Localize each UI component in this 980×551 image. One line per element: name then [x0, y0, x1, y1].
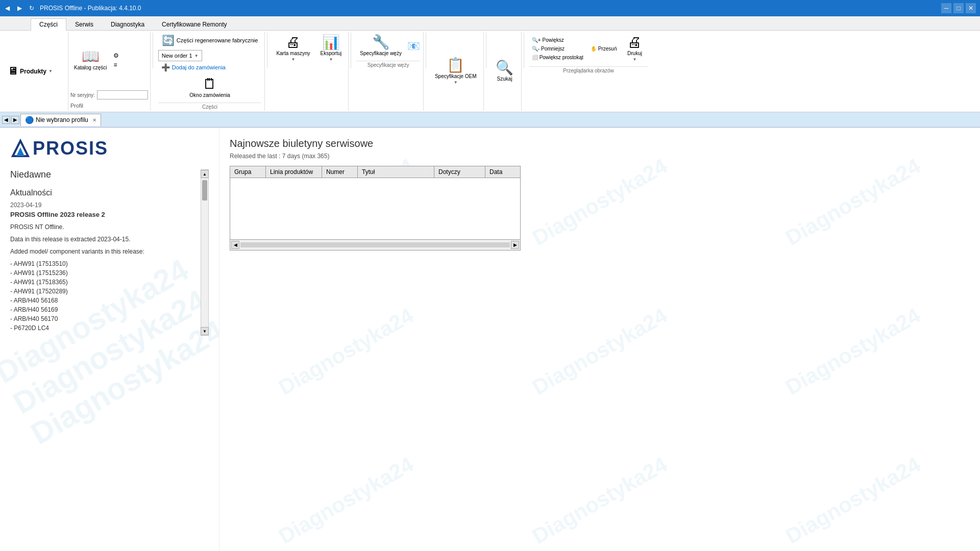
scroll-up-arrow[interactable]: ▲ [201, 170, 209, 178]
tab-bar: ◀ ▶ 🔵 Nie wybrano profilu ✕ [0, 112, 980, 128]
rect-zoom-label: Powiększ prostokąt [540, 55, 583, 60]
serial-label: Nr seryjny: [70, 92, 95, 98]
catalog-btn[interactable]: 📖 Katalog części [70, 47, 110, 73]
rect-zoom-btn[interactable]: ⬜ Powiększ prostokąt [529, 54, 586, 61]
table-scroll-right[interactable]: ▶ [511, 241, 519, 249]
bulletin-table-wrapper: Grupa Linia produktów Numer Tytuł Dotycz… [230, 166, 521, 251]
col-number: Numer [322, 166, 358, 178]
move-btn[interactable]: ✋ Przesuń [588, 45, 620, 53]
add-label: Dodaj do zamówienia [172, 64, 226, 70]
settings-icon: ⚙ [113, 52, 119, 59]
back-btn[interactable]: ◀ [2, 3, 12, 13]
col-concerns: Dotyczy [434, 166, 485, 178]
quick-access-toolbar: ◀ ▶ ↻ [2, 3, 37, 13]
close-btn[interactable]: ✕ [966, 3, 976, 13]
zoom-in-icon: 🔍+ [532, 37, 541, 43]
bulletin-title: Najnowsze biuletyny serwisowe [230, 138, 970, 149]
refresh-btn[interactable]: ↻ [27, 3, 37, 13]
order-icon: 🗒 [203, 77, 217, 91]
news-body: PROSIS NT Offline. Data in this release … [10, 222, 201, 333]
scroll-thumb[interactable] [202, 180, 207, 201]
machine-card-btn[interactable]: 🖨 Karta maszyny ▼ [273, 33, 313, 64]
rect-icon: ⬜ [532, 55, 538, 60]
prosis-logo: PROSIS [10, 138, 209, 159]
machine-dropdown: ▼ [291, 57, 296, 62]
window-controls: ─ □ ✕ [941, 3, 976, 13]
oem-spec-btn[interactable]: 📋 Specyfikacje OEM ▼ [431, 33, 480, 110]
order-arrow: ▼ [194, 54, 199, 58]
hose-group-label: Specyfikacje węży [356, 61, 420, 68]
wm9: Diagnostyka24 [706, 373, 980, 551]
regen-parts-btn[interactable]: 🔄 Części regenerowane fabrycznie [158, 33, 262, 48]
zoom-in-btn[interactable]: 🔍+ Powiększ [529, 36, 586, 44]
oem-label: Specyfikacje OEM [435, 73, 477, 79]
order-window-btn[interactable]: 🗒 Okno zamówienia [158, 74, 262, 101]
wm7: Diagnostyka24 [219, 373, 494, 551]
tab-czesci[interactable]: Części [31, 18, 66, 31]
products-dropdown-arrow: ▼ [48, 69, 53, 73]
forward-btn[interactable]: ▶ [14, 3, 24, 13]
ribbon-toolbar: 🖥 Produkty ▼ 📖 Katalog części ⚙ ≡ Nr ser… [0, 31, 980, 112]
table-scroll-left[interactable]: ◀ [231, 241, 239, 249]
catalog-group: 📖 Katalog części ⚙ ≡ Nr seryjny: Profil [68, 32, 151, 111]
wm4: Diagnostyka24 [219, 223, 494, 480]
news-date: 2023-04-19 [10, 202, 201, 209]
tab-serwis[interactable]: Serwis [66, 18, 102, 30]
order-dropdown[interactable]: New order 1 ▼ [158, 50, 202, 61]
export-btn[interactable]: 📊 Eksportuj ▼ [317, 33, 346, 64]
minimize-btn[interactable]: ─ [941, 3, 951, 13]
export-dropdown: ▼ [329, 57, 333, 62]
oem-icon: 📋 [447, 58, 464, 72]
tab-certyfikowane[interactable]: Certyfikowane Remonty [153, 18, 235, 30]
bulletin-table-header: Grupa Linia produktów Numer Tytuł Dotycz… [230, 166, 520, 178]
tab-close-btn[interactable]: ✕ [92, 117, 96, 123]
search-icon: 🔍 [496, 61, 513, 75]
hose-icon: 🔧 [372, 35, 390, 49]
sep6 [524, 33, 524, 68]
zoom-in-label: Powiększ [542, 37, 564, 43]
col-group: Grupa [230, 166, 266, 178]
catalog-icon: 📖 [82, 49, 100, 64]
hose-spec-btn[interactable]: 🔧 Specyfikacje węży [356, 33, 405, 59]
col-date: Data [485, 166, 520, 178]
print-icon: 🖨 [627, 35, 642, 49]
wm8: Diagnostyka24 [453, 373, 747, 551]
sep3 [351, 33, 351, 68]
profil-label: Profil [70, 103, 148, 109]
scroll-down-arrow[interactable]: ▼ [201, 327, 209, 335]
sep4 [426, 33, 426, 68]
regen-label: Części regenerowane fabrycznie [177, 37, 258, 43]
main-content: Diagnostyka24Diagnostyka24Diagnostyka24 … [0, 128, 980, 551]
zoom-out-btn[interactable]: 🔍- Pomniejsz [529, 45, 586, 53]
products-group: 🖥 Produkty ▼ [2, 32, 68, 111]
search-label: Szukaj [497, 76, 512, 82]
catalog-extra-btn[interactable]: ≡ [113, 61, 117, 68]
maximize-btn[interactable]: □ [953, 3, 964, 13]
tab-next-btn[interactable]: ▶ [11, 116, 19, 124]
tab-diagnostyka[interactable]: Diagnostyka [102, 18, 153, 30]
logo-svg [10, 138, 31, 159]
add-to-order-btn[interactable]: ➕ Dodaj do zamówienia [158, 62, 262, 72]
col-product-line: Linia produktów [266, 166, 322, 178]
image-browser-label: Przeglądarka obrazów [529, 66, 648, 73]
products-dropdown-btn[interactable]: 🖥 Produkty ▼ [4, 64, 56, 79]
tab-prev-btn[interactable]: ◀ [2, 116, 10, 124]
recent-title: Niedawne [10, 169, 201, 180]
search-btn[interactable]: 🔍 Szukaj [492, 33, 518, 110]
zoom-out-label: Pomniejsz [541, 46, 565, 52]
left-panel: Diagnostyka24Diagnostyka24Diagnostyka24 … [0, 128, 219, 551]
hose-email-btn[interactable]: 📧 [407, 40, 420, 52]
oem-group: 📋 Specyfikacje OEM ▼ [428, 32, 484, 111]
tab-icon: 🔵 [25, 116, 34, 124]
release-title: PROSIS Offline 2023 release 2 [10, 211, 201, 218]
regen-icon: 🔄 [162, 34, 175, 46]
machine-icon: 🖨 [286, 35, 300, 49]
active-tab[interactable]: 🔵 Nie wybrano profilu ✕ [20, 114, 101, 126]
print-btn[interactable]: 🖨 Drukuj ▼ [621, 33, 648, 64]
hose-label: Specyfikacje węży [360, 51, 402, 56]
title-text: PROSIS Offline - Publikacja: 4.4.10.0 [40, 5, 141, 12]
left-scrollbar[interactable]: ▲ ▼ [201, 169, 209, 336]
machine-label: Karta maszyny [276, 51, 310, 56]
serial-input[interactable] [97, 90, 148, 99]
catalog-settings-btn[interactable]: ⚙ [113, 52, 119, 59]
